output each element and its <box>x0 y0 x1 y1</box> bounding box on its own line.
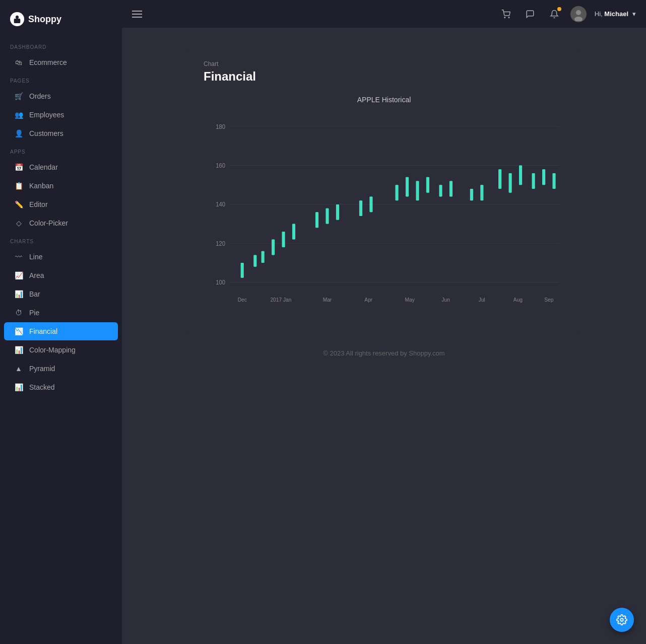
sidebar-item-area[interactable]: 📈Area <box>4 266 118 284</box>
editor-label: Editor <box>29 200 48 208</box>
svg-text:160: 160 <box>216 162 225 169</box>
area-icon: 📈 <box>14 271 23 279</box>
svg-rect-65 <box>509 173 512 193</box>
svg-point-74 <box>620 618 623 621</box>
logo-icon <box>10 12 24 26</box>
svg-rect-31 <box>272 240 275 255</box>
sidebar-item-stacked[interactable]: 📊Stacked <box>4 378 118 396</box>
sidebar-item-customers[interactable]: 👤Customers <box>4 124 118 142</box>
financial-icon: 📉 <box>14 327 23 335</box>
svg-rect-45 <box>369 196 372 212</box>
header-right: Hi, Michael ▾ <box>498 6 636 22</box>
line-icon: 〰 <box>14 253 23 261</box>
sidebar-item-color-mapping[interactable]: 📊Color-Mapping <box>4 341 118 359</box>
svg-text:Jun: Jun <box>442 297 450 303</box>
hamburger-menu[interactable] <box>132 11 142 18</box>
header-left <box>132 11 142 18</box>
svg-rect-51 <box>416 181 419 200</box>
employees-label: Employees <box>29 111 64 119</box>
stacked-icon: 📊 <box>14 383 23 391</box>
ecommerce-icon: 🛍 <box>14 58 23 66</box>
sidebar-nav: DASHBOARD🛍EcommercePAGES🛒Orders👥Employee… <box>0 38 122 397</box>
top-header: Hi, Michael ▾ <box>122 0 646 28</box>
avatar[interactable] <box>570 6 587 22</box>
orders-label: Orders <box>29 92 51 100</box>
settings-fab[interactable] <box>610 608 634 632</box>
customers-label: Customers <box>29 129 63 137</box>
svg-text:140: 140 <box>216 201 225 207</box>
sidebar-item-pyramid[interactable]: ▲Pyramid <box>4 360 118 378</box>
color-picker-icon: ◇ <box>14 219 23 227</box>
svg-text:Dec: Dec <box>238 297 247 303</box>
user-menu[interactable]: Hi, Michael ▾ <box>595 10 636 18</box>
kanban-label: Kanban <box>29 182 53 190</box>
svg-rect-37 <box>315 212 318 228</box>
svg-text:May: May <box>405 297 415 303</box>
bar-icon: 📊 <box>14 290 23 298</box>
svg-point-1 <box>508 17 509 18</box>
chart-card: Chart Financial APPLE Historical 180 160… <box>187 44 580 337</box>
sidebar-item-pie[interactable]: ⏱Pie <box>4 304 118 322</box>
pyramid-icon: ▲ <box>14 365 23 373</box>
sidebar-section-label: PAGES <box>0 72 122 87</box>
financial-label: Financial <box>29 327 57 335</box>
svg-rect-71 <box>542 169 545 185</box>
pie-label: Pie <box>29 309 39 317</box>
employees-icon: 👥 <box>14 111 23 119</box>
svg-text:Apr: Apr <box>364 297 372 303</box>
sidebar-item-calendar[interactable]: 📅Calendar <box>4 158 118 176</box>
chart-section-label: Chart <box>204 60 564 67</box>
svg-rect-43 <box>359 200 362 216</box>
svg-text:120: 120 <box>216 240 225 246</box>
svg-text:Aug: Aug <box>513 297 523 303</box>
sidebar-item-line[interactable]: 〰Line <box>4 248 118 266</box>
svg-text:2017 Jan: 2017 Jan <box>270 297 291 303</box>
svg-rect-49 <box>406 177 409 197</box>
sidebar-section-label: APPS <box>0 143 122 158</box>
color-mapping-icon: 📊 <box>14 346 23 354</box>
svg-rect-25 <box>241 263 244 278</box>
sidebar-item-color-picker[interactable]: ◇Color-Picker <box>4 214 118 232</box>
notification-badge <box>557 7 561 11</box>
cart-icon[interactable] <box>498 6 514 22</box>
calendar-icon: 📅 <box>14 163 23 171</box>
ecommerce-label: Ecommerce <box>29 58 67 66</box>
sidebar-item-financial[interactable]: 📉Financial <box>4 322 118 340</box>
svg-text:180: 180 <box>216 123 225 129</box>
sidebar-item-orders[interactable]: 🛒Orders <box>4 87 118 105</box>
sidebar-item-editor[interactable]: ✏️Editor <box>4 195 118 213</box>
footer-text: © 2023 All rights reserved by Shoppy.com <box>323 349 444 357</box>
svg-rect-57 <box>449 181 453 196</box>
greeting-text: Hi, Michael <box>595 10 628 18</box>
svg-rect-73 <box>552 173 555 189</box>
orders-icon: 🛒 <box>14 92 23 100</box>
sidebar-item-employees[interactable]: 👥Employees <box>4 106 118 124</box>
svg-rect-39 <box>326 208 329 224</box>
svg-rect-33 <box>282 232 285 247</box>
main-area: Hi, Michael ▾ Chart Financial APPLE Hist… <box>122 0 646 644</box>
editor-icon: ✏️ <box>14 200 23 208</box>
svg-text:Sep: Sep <box>544 297 553 303</box>
app-logo: Shoppy <box>0 8 122 38</box>
svg-rect-59 <box>470 189 473 200</box>
svg-rect-47 <box>396 185 399 200</box>
svg-rect-35 <box>292 224 295 240</box>
sidebar-section-label: DASHBOARD <box>0 38 122 53</box>
sidebar-item-kanban[interactable]: 📋Kanban <box>4 177 118 195</box>
messages-icon[interactable] <box>522 6 538 22</box>
footer: © 2023 All rights reserved by Shoppy.com <box>311 337 457 369</box>
svg-rect-55 <box>439 185 442 196</box>
svg-text:Jul: Jul <box>479 297 485 303</box>
chevron-down-icon: ▾ <box>632 10 636 18</box>
stacked-label: Stacked <box>29 383 55 391</box>
app-name: Shoppy <box>28 14 61 25</box>
svg-point-3 <box>576 10 581 15</box>
pyramid-label: Pyramid <box>29 365 55 373</box>
sidebar-item-ecommerce[interactable]: 🛍Ecommerce <box>4 53 118 71</box>
sidebar-section-label: CHARTS <box>0 233 122 247</box>
color-mapping-label: Color-Mapping <box>29 346 76 354</box>
sidebar-item-bar[interactable]: 📊Bar <box>4 285 118 303</box>
notifications-icon[interactable] <box>546 6 562 22</box>
pie-icon: ⏱ <box>14 309 23 317</box>
svg-rect-53 <box>426 177 429 193</box>
